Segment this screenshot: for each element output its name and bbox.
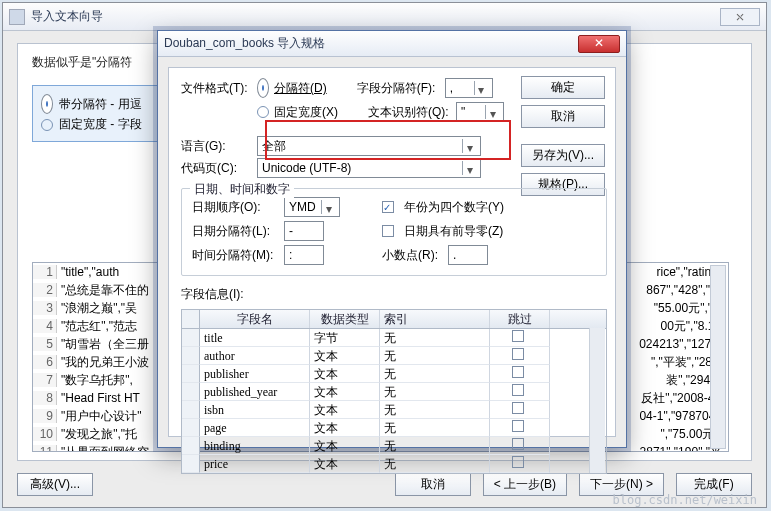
skip-checkbox[interactable] (512, 366, 524, 378)
text-qual-value: " (461, 103, 465, 121)
cell-skip[interactable] (490, 437, 550, 455)
row-selector[interactable] (182, 329, 200, 347)
cell-skip[interactable] (490, 401, 550, 419)
skip-checkbox[interactable] (512, 330, 524, 342)
table-row[interactable]: author文本无 (182, 347, 606, 365)
cell-field-name[interactable]: publisher (200, 365, 310, 383)
chevron-down-icon: ▾ (485, 105, 499, 119)
language-label: 语言(G): (181, 138, 251, 155)
chevron-down-icon: ▾ (321, 200, 335, 214)
table-row[interactable]: price文本无 (182, 455, 606, 473)
fields-scrollbar[interactable] (589, 328, 605, 473)
skip-checkbox[interactable] (512, 348, 524, 360)
skip-checkbox[interactable] (512, 402, 524, 414)
cell-field-name[interactable]: title (200, 329, 310, 347)
decimal-input[interactable]: . (448, 245, 488, 265)
table-row[interactable]: isbn文本无 (182, 401, 606, 419)
cell-index[interactable]: 无 (380, 419, 490, 437)
language-select[interactable]: 全部 ▾ (257, 136, 481, 156)
ff-delim-radio[interactable]: 分隔符(D) (257, 78, 327, 98)
table-row[interactable]: title字节无 (182, 329, 606, 347)
time-sep-input[interactable]: : (284, 245, 324, 265)
wizard-prev-button[interactable]: < 上一步(B) (483, 473, 567, 496)
cell-skip[interactable] (490, 347, 550, 365)
radio-delimited[interactable]: 带分隔符 - 用逗 (41, 94, 173, 114)
leading-zero-checkbox[interactable] (382, 225, 394, 237)
date-order-select[interactable]: YMD ▾ (284, 197, 340, 217)
table-row[interactable]: publisher文本无 (182, 365, 606, 383)
save-as-button[interactable]: 另存为(V)... (521, 144, 605, 167)
skip-checkbox[interactable] (512, 384, 524, 396)
date-sep-value: - (289, 222, 293, 240)
cell-skip[interactable] (490, 329, 550, 347)
wizard-cancel-button[interactable]: 取消 (395, 473, 471, 496)
cancel-button[interactable]: 取消 (521, 105, 605, 128)
date-sep-label: 日期分隔符(L): (192, 223, 278, 240)
table-row[interactable]: binding文本无 (182, 437, 606, 455)
skip-checkbox[interactable] (512, 456, 524, 468)
preview-text-left: "title","auth (57, 265, 119, 279)
advanced-button[interactable]: 高级(V)... (17, 473, 93, 496)
date-sep-input[interactable]: - (284, 221, 324, 241)
cell-field-name[interactable]: binding (200, 437, 310, 455)
skip-checkbox[interactable] (512, 420, 524, 432)
cell-index[interactable]: 无 (380, 455, 490, 473)
cell-skip[interactable] (490, 419, 550, 437)
cell-index[interactable]: 无 (380, 437, 490, 455)
fields-label: 字段信息(I): (181, 286, 607, 303)
cell-skip[interactable] (490, 383, 550, 401)
preview-scrollbar[interactable] (710, 265, 726, 449)
row-selector[interactable] (182, 365, 200, 383)
dialog-close-button[interactable]: ✕ (578, 35, 620, 53)
row-selector[interactable] (182, 455, 200, 473)
cell-index[interactable]: 无 (380, 401, 490, 419)
skip-checkbox[interactable] (512, 438, 524, 450)
cell-field-name[interactable]: price (200, 455, 310, 473)
row-selector[interactable] (182, 437, 200, 455)
cell-field-name[interactable]: author (200, 347, 310, 365)
row-selector[interactable] (182, 419, 200, 437)
row-selector[interactable] (182, 383, 200, 401)
cell-data-type[interactable]: 字节 (310, 329, 380, 347)
preview-text-left: "范志红","范志 (57, 318, 137, 335)
ff-fixed-radio[interactable]: 固定宽度(X) (257, 104, 338, 121)
cell-data-type[interactable]: 文本 (310, 455, 380, 473)
cell-data-type[interactable]: 文本 (310, 347, 380, 365)
ok-button[interactable]: 确定 (521, 76, 605, 99)
decimal-value: . (453, 246, 456, 264)
radio-fixed[interactable]: 固定宽度 - 字段 (41, 116, 173, 133)
cell-field-name[interactable]: isbn (200, 401, 310, 419)
radio-icon (41, 94, 53, 114)
codepage-select[interactable]: Unicode (UTF-8) ▾ (257, 158, 481, 178)
cell-field-name[interactable]: page (200, 419, 310, 437)
cell-index[interactable]: 无 (380, 365, 490, 383)
cell-field-name[interactable]: published_year (200, 383, 310, 401)
table-row[interactable]: published_year文本无 (182, 383, 606, 401)
wizard-close-button[interactable]: ⤬ (720, 8, 760, 26)
cell-skip[interactable] (490, 365, 550, 383)
preview-text-left: "用户中心设计" (57, 408, 142, 425)
radio-icon (257, 106, 269, 118)
field-sep-value: , (450, 79, 453, 97)
line-number: 5 (33, 337, 57, 351)
text-qual-select[interactable]: " ▾ (456, 102, 504, 122)
row-selector[interactable] (182, 347, 200, 365)
decimal-label: 小数点(R): (382, 247, 442, 264)
cell-index[interactable]: 无 (380, 383, 490, 401)
field-sep-select[interactable]: , ▾ (445, 78, 493, 98)
four-digit-year-checkbox[interactable] (382, 201, 394, 213)
row-selector[interactable] (182, 401, 200, 419)
cell-index[interactable]: 无 (380, 329, 490, 347)
table-row[interactable]: page文本无 (182, 419, 606, 437)
cell-skip[interactable] (490, 455, 550, 473)
cell-data-type[interactable]: 文本 (310, 383, 380, 401)
cell-data-type[interactable]: 文本 (310, 401, 380, 419)
preview-text-left: "总统是靠不住的 (57, 282, 149, 299)
ff-fixed-label: 固定宽度(X) (274, 104, 338, 121)
cell-data-type[interactable]: 文本 (310, 419, 380, 437)
cell-index[interactable]: 无 (380, 347, 490, 365)
text-qual-label: 文本识别符(Q): (368, 104, 450, 121)
cell-data-type[interactable]: 文本 (310, 437, 380, 455)
cell-data-type[interactable]: 文本 (310, 365, 380, 383)
col-skip: 跳过 (490, 310, 550, 328)
